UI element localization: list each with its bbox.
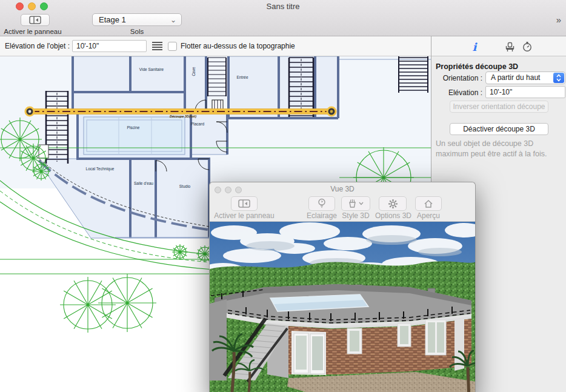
view3d-toolbar: Activer le panneau Eclairage Style 3D <box>210 195 475 222</box>
preview-label: Aperçu <box>407 211 450 220</box>
invert-cut-orientation-button[interactable]: Inverser orientation découpe <box>450 101 548 113</box>
lighting-button[interactable] <box>308 196 335 211</box>
panel-icon <box>238 199 250 208</box>
inspector-tabbar: i <box>431 36 566 56</box>
main-toolbar: Sans titre Activer le panneau Etage 1 ⌄ … <box>0 0 566 36</box>
tree <box>60 277 116 333</box>
paint-bucket-icon <box>348 199 357 208</box>
orientation-label: Orientation : <box>431 74 482 82</box>
view3d-activate-panel-label: Activer le panneau <box>210 211 279 220</box>
chevron-down-icon <box>359 202 364 205</box>
elevation-label: Elévation : <box>431 88 482 97</box>
activate-panel-label: Activer le panneau <box>0 28 65 35</box>
tab-info[interactable]: i <box>468 41 481 53</box>
floor-selector-value: Etage 1 <box>99 15 126 24</box>
object-elevation-label: Elévation de l'objet : <box>5 42 70 50</box>
room-label-cave: Cave <box>191 67 196 76</box>
floor-caption: Sols <box>92 28 182 35</box>
app-window: Vide Sanitaire Cave Entrée Piscine Placa… <box>0 0 566 392</box>
preview-button[interactable] <box>415 196 442 211</box>
options3d-button[interactable] <box>379 196 407 211</box>
chevron-down-icon: ⌄ <box>170 15 176 26</box>
object-options-bar: Elévation de l'objet : 10'-10" Flotter a… <box>0 36 431 56</box>
elevation-input[interactable]: 10'-10" <box>485 86 565 98</box>
view3d-activate-panel-button[interactable] <box>231 196 258 211</box>
floor-selector[interactable]: Etage 1 ⌄ <box>92 13 182 26</box>
view3d-window[interactable]: Vue 3D Activer le panneau Eclairage <box>209 182 476 392</box>
room-label-local-technique: Local Technique <box>86 167 115 171</box>
tree <box>98 274 156 332</box>
float-topography-checkbox[interactable] <box>168 42 177 51</box>
stopwatch-icon <box>522 41 533 52</box>
room-label-salle-deau: Salle d'eau <box>134 181 153 185</box>
minimize-button[interactable] <box>28 2 36 10</box>
orientation-popup[interactable]: A partir du haut <box>485 71 565 84</box>
info-icon: i <box>473 41 477 53</box>
armchair-icon <box>505 42 515 52</box>
room-label-studio: Studio <box>179 184 191 188</box>
view3d-title: Vue 3D <box>210 185 475 193</box>
orientation-value: A partir du haut <box>491 73 540 82</box>
deactivate-cut-button[interactable]: Déactiver découpe 3D <box>450 123 548 135</box>
room-label-vide-sanitaire: Vide Sanitaire <box>139 67 164 71</box>
object-elevation-input[interactable]: 10'-10" <box>72 40 147 52</box>
left-wall <box>210 299 227 380</box>
cut-line-label: Découpe 3D(toit) <box>170 115 196 118</box>
tree <box>172 244 188 260</box>
tab-timer[interactable] <box>521 41 533 53</box>
panel-icon <box>29 16 41 24</box>
window-title: Sans titre <box>0 2 566 11</box>
popup-stepper-icon <box>553 73 564 83</box>
lightbulb-icon <box>318 198 326 209</box>
tab-furniture[interactable] <box>504 41 516 53</box>
view3d-viewport[interactable] <box>210 222 476 392</box>
gear-icon <box>388 199 398 209</box>
view3d-titlebar[interactable]: Vue 3D <box>210 182 475 195</box>
render-3d <box>210 222 476 392</box>
room-label-placard: Placard <box>191 122 204 126</box>
inspector-heading: Propriétés découpe 3D <box>436 62 518 71</box>
close-button[interactable] <box>16 2 24 10</box>
activate-panel-button[interactable] <box>21 14 50 26</box>
menu-icon[interactable] <box>152 42 162 50</box>
traffic-lights <box>16 2 48 10</box>
home-icon <box>424 199 433 208</box>
zoom-button[interactable] <box>40 2 48 10</box>
float-topography-label: Flotter au-dessus de la topographie <box>181 42 295 50</box>
room-label-entree: Entrée <box>236 75 248 79</box>
inspector-note: Un seul objet de découpe 3D maximum peut… <box>436 139 556 159</box>
room-label-piscine: Piscine <box>127 125 140 130</box>
toolbar-overflow-button[interactable]: » <box>556 15 560 25</box>
style3d-button[interactable] <box>341 196 370 211</box>
